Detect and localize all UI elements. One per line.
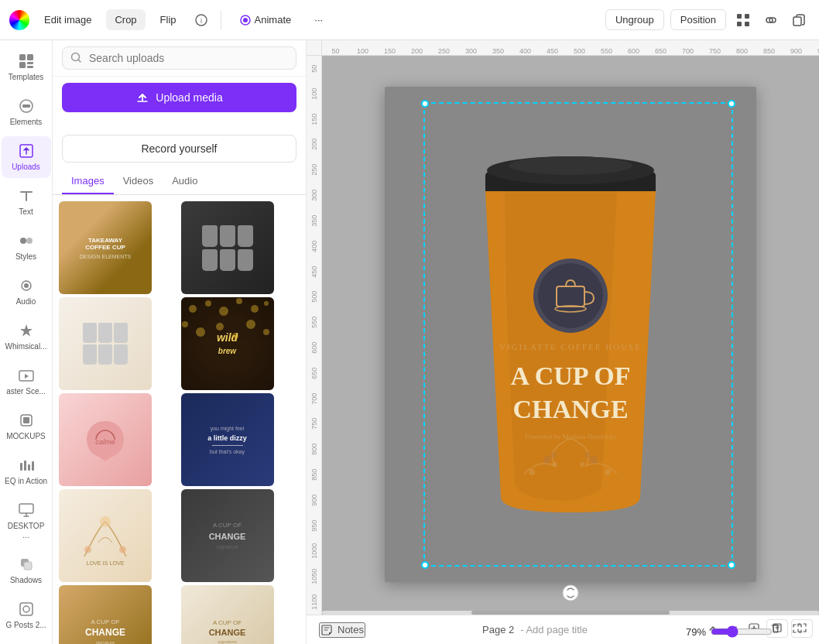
animate-icon [239,14,252,26]
rotate-handle[interactable] [561,584,580,602]
svg-point-44 [232,333,238,339]
handle-top-right[interactable] [728,100,735,108]
nav-sidebar: Templates Elements Uploads Text [0,40,53,644]
more-button[interactable]: ··· [306,9,331,30]
list-item[interactable] [181,201,274,294]
list-item[interactable] [59,297,152,390]
sidebar-item-text[interactable]: Text [2,181,51,223]
svg-point-49 [100,516,111,527]
svg-text:A CUP OF: A CUP OF [511,361,631,390]
list-item[interactable]: TAKEAWAYCOFFEE CUP DESIGN ELEMENTS [59,201,152,294]
sidebar-item-monotone[interactable]: monotone ... [2,639,51,644]
ruler-mark: 100 [349,47,376,55]
list-item[interactable]: you might feel a little dizzy but that's… [181,393,274,486]
svg-rect-7 [745,22,749,26]
svg-text:calme: calme [95,437,115,446]
view-buttons [766,619,813,638]
svg-rect-12 [27,62,33,64]
edit-image-button[interactable]: Edit image [36,9,100,30]
position-button[interactable]: Position [670,9,726,30]
add-page-title[interactable]: - Add page title [520,624,588,635]
horizontal-scrollbar[interactable] [322,611,819,615]
sidebar-item-whimsical[interactable]: Whimsical... [2,316,51,358]
sidebar-item-desktop[interactable]: DESKTOP ... [2,495,51,546]
tab-videos[interactable]: Videos [114,169,163,194]
shadows-icon [18,556,35,573]
list-item[interactable]: calme [59,393,152,486]
svg-point-39 [251,305,259,313]
mockups-label: MOCKUPS [6,432,46,441]
uploads-header [53,40,306,77]
upload-media-button[interactable]: Upload media [62,83,296,112]
svg-point-48 [84,546,91,553]
ig-posts-label: G Posts 2... [5,621,46,630]
svg-rect-24 [24,461,26,471]
list-item[interactable]: A CUP OF CHANGE signature [59,585,152,644]
fit-page-button[interactable] [766,619,788,638]
list-item[interactable]: wildbrew [181,297,274,390]
svg-point-31 [23,606,29,612]
animate-button[interactable]: Animate [231,9,300,31]
info-button[interactable]: i [191,10,211,30]
handle-bottom-left[interactable] [421,561,429,569]
svg-point-68 [605,469,611,475]
tab-images[interactable]: Images [62,169,114,194]
notes-button[interactable]: Notes [319,622,365,638]
ruler-mark: 300 [457,47,485,55]
color-picker[interactable] [9,10,29,30]
fullscreen-button[interactable] [791,619,813,638]
svg-point-71 [584,452,591,458]
crop-button[interactable]: Crop [106,9,145,30]
svg-point-50 [119,546,126,553]
audio-label: Audio [16,297,36,307]
ruler-mark: 950 [810,47,819,55]
grid-view-button[interactable] [732,9,754,31]
flip-button[interactable]: Flip [152,9,185,30]
svg-rect-4 [737,14,742,19]
handle-top-left[interactable] [421,100,429,108]
svg-point-38 [236,298,242,304]
tab-audio[interactable]: Audio [163,169,207,194]
zoom-controls: 79% [686,625,773,638]
record-yourself-button[interactable]: Record yourself [62,135,296,163]
svg-text:CHANGE: CHANGE [512,395,628,423]
link-button[interactable] [760,9,782,31]
svg-rect-25 [28,464,30,471]
fullscreen-icon [797,622,807,633]
svg-rect-9 [19,54,26,60]
upload-more-button[interactable]: ··· [288,118,306,135]
ungroup-button[interactable]: Ungroup [605,9,664,30]
svg-rect-26 [32,461,34,471]
copy-layout-button[interactable] [788,9,810,31]
sidebar-item-elements[interactable]: Elements [2,91,51,133]
list-item[interactable]: A CUP OF CHANGE signature [181,585,274,644]
sidebar-item-master-scenes[interactable]: aster Sce... [2,361,51,402]
ruler-mark: 250 [430,47,457,55]
uploads-grid: TAKEAWAYCOFFEE CUP DESIGN ELEMENTS [53,195,306,644]
sidebar-item-templates[interactable]: Templates [2,46,51,88]
sidebar-item-ig-posts[interactable]: G Posts 2... [2,594,51,636]
search-input[interactable] [89,52,288,64]
svg-text:VIGILATTE COFFEE HOUSE: VIGILATTE COFFEE HOUSE [499,342,642,351]
sidebar-item-uploads[interactable]: Uploads [2,136,51,178]
sidebar-item-styles[interactable]: Styles [2,226,51,268]
sidebar-item-eq[interactable]: EQ in Action [2,450,51,492]
separator-1 [221,11,221,29]
canvas-scroll[interactable]: VIGILATTE COFFEE HOUSE A CUP OF CHANGE P… [322,56,819,615]
svg-rect-30 [20,603,33,615]
list-item[interactable]: A CUP OF CHANGE signature [181,489,274,582]
zoom-slider[interactable] [711,625,773,638]
svg-rect-22 [23,417,29,423]
desktop-label: DESKTOP ... [5,522,48,540]
sidebar-item-audio[interactable]: Audio [2,271,51,313]
ruler-mark: 150 [376,47,403,55]
sidebar-item-shadows[interactable]: Shadows [2,550,51,591]
ruler-mark: 750 [701,47,728,55]
ruler-mark: 400 [512,47,539,55]
copy-layout-icon [792,13,806,27]
sidebar-item-mockups[interactable]: MOCKUPS [2,406,51,447]
list-item[interactable]: LOVE IS LOVE [59,489,152,582]
handle-bottom-right[interactable] [728,561,735,569]
svg-point-73 [563,585,578,601]
svg-point-42 [196,327,205,337]
